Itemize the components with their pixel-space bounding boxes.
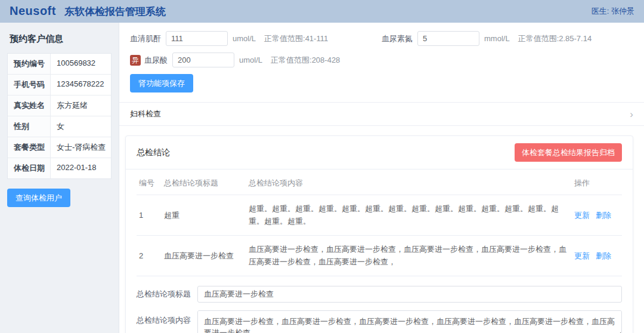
info-row-phone: 手机号码 12345678222: [8, 75, 111, 95]
table-row: 2 血压高要进一步检查 血压高要进一步检查，血压高要进一步检查，血压高要进一步检…: [137, 235, 622, 276]
table-row: 1 超重 超重。超重。超重。超重。超重。超重。超重。超重。超重。超重。超重。超重…: [137, 195, 622, 236]
customer-info-table: 预约编号 100569832 手机号码 12345678222 真实姓名 东方延…: [7, 53, 112, 179]
header-title: 总检结论项标题: [162, 171, 246, 195]
cell-title: 血压高要进一步检查: [162, 235, 246, 276]
conclusion-title-row: 总检结论项标题: [137, 286, 622, 303]
normal-range-label: 正常值范围:208-428: [271, 55, 340, 66]
cell-id: 2: [137, 235, 162, 276]
normal-range-label: 正常值范围:41-111: [264, 33, 328, 44]
conclusion-content-textarea[interactable]: 血压高要进一步检查，血压高要进一步检查，血压高要进一步检查，血压高要进一步检查，…: [197, 310, 622, 333]
header-operations: 操作: [572, 171, 622, 195]
blood-uric-acid-item: 异 血尿酸 umol/L 正常值范围:208-428: [130, 53, 340, 67]
table-header-row: 编号 总检结论项标题 总检结论项内容 操作: [137, 171, 622, 195]
brand-wrap: Neusoft 东软体检报告管理系统: [10, 4, 166, 18]
form-line-2: 异 血尿酸 umol/L 正常值范围:208-428: [130, 53, 633, 67]
field-label: 血尿素氮: [382, 33, 413, 44]
conclusion-table: 编号 总检结论项标题 总检结论项内容 操作 1 超重 超重。超重。超重。超重。超…: [137, 171, 622, 276]
gynecology-exam-accordion[interactable]: 妇科检查 ›: [119, 102, 644, 126]
serum-creatinine-item: 血清肌酐 umol/L 正常值范围:41-111: [130, 31, 382, 46]
conclusion-content-label: 总检结论项内容: [137, 310, 191, 326]
header-id: 编号: [137, 171, 162, 195]
cell-content: 血压高要进一步检查，血压高要进一步检查，血压高要进一步检查，血压高要进一步检查，…: [246, 235, 572, 276]
cell-operations: 更新删除: [572, 235, 622, 276]
info-value: 女士-肾病检查: [51, 137, 111, 158]
app-title: 东软体检报告管理系统: [64, 5, 166, 18]
info-label: 性别: [8, 116, 51, 137]
cell-id: 1: [137, 195, 162, 236]
blood-urea-nitrogen-item: 血尿素氮 mmol/L 正常值范围:2.85-7.14: [382, 31, 592, 46]
conclusion-title-input[interactable]: [197, 286, 622, 303]
sidebar-title: 预约客户信息: [10, 33, 112, 45]
info-row-real-name: 真实姓名 东方延绪: [8, 95, 111, 116]
conclusion-content-row: 总检结论项内容 血压高要进一步检查，血压高要进一步检查，血压高要进一步检查，血压…: [137, 310, 622, 333]
info-row-gender: 性别 女: [8, 116, 111, 137]
field-label: 血尿酸: [144, 55, 168, 66]
general-conclusion-panel: 总检结论 体检套餐总检结果报告归档 编号 总检结论项标题 总检结论项内容 操作 …: [125, 135, 633, 333]
info-label: 手机号码: [8, 75, 51, 95]
cell-operations: 更新删除: [572, 195, 622, 236]
panel-header: 总检结论 体检套餐总检结果报告归档: [126, 136, 633, 169]
info-value: 2022-01-18: [51, 158, 111, 178]
info-label: 套餐类型: [8, 137, 51, 158]
doctor-label: 医生: 张仲景: [592, 6, 634, 17]
sidebar: 预约客户信息 预约编号 100569832 手机号码 12345678222 真…: [0, 23, 119, 333]
info-value: 100569832: [51, 54, 111, 74]
serum-creatinine-input[interactable]: [166, 31, 228, 46]
header-content: 总检结论项内容: [246, 171, 572, 195]
cell-title: 超重: [162, 195, 246, 236]
accordion-label: 妇科检查: [130, 109, 161, 119]
unit-label: umol/L: [239, 56, 262, 64]
save-row: 肾功能项保存: [130, 74, 633, 92]
blood-uric-acid-input[interactable]: [172, 53, 234, 67]
unit-label: mmol/L: [484, 34, 510, 43]
info-label: 体检日期: [8, 158, 51, 178]
delete-link[interactable]: 删除: [596, 211, 611, 220]
info-row-booking-no: 预约编号 100569832: [8, 54, 111, 75]
main-content: 血清肌酐 umol/L 正常值范围:41-111 血尿素氮 mmol/L 正常值…: [119, 23, 644, 333]
conclusion-title-label: 总检结论项标题: [137, 288, 191, 300]
info-value: 东方延绪: [51, 95, 111, 116]
chevron-right-icon: ›: [630, 109, 633, 119]
update-link[interactable]: 更新: [574, 211, 590, 220]
kidney-exam-form: 血清肌酐 umol/L 正常值范围:41-111 血尿素氮 mmol/L 正常值…: [119, 23, 644, 92]
form-line-1: 血清肌酐 umol/L 正常值范围:41-111 血尿素氮 mmol/L 正常值…: [130, 31, 633, 46]
app-header: Neusoft 东软体检报告管理系统 医生: 张仲景: [0, 0, 644, 23]
info-value: 女: [51, 116, 111, 137]
update-link[interactable]: 更新: [574, 251, 590, 260]
normal-range-label: 正常值范围:2.85-7.14: [518, 33, 592, 44]
query-exam-user-button[interactable]: 查询体检用户: [7, 189, 70, 207]
info-label: 预约编号: [8, 54, 51, 74]
conclusion-form: 总检结论项标题 总检结论项内容 血压高要进一步检查，血压高要进一步检查，血压高要…: [126, 276, 633, 333]
panel-title: 总检结论: [137, 147, 170, 158]
field-label: 血清肌酐: [130, 33, 161, 44]
abnormal-badge: 异: [130, 55, 141, 66]
unit-label: umol/L: [233, 34, 256, 43]
cell-content: 超重。超重。超重。超重。超重。超重。超重。超重。超重。超重。超重。超重。超重。超…: [246, 195, 572, 236]
delete-link[interactable]: 删除: [596, 251, 611, 260]
archive-report-button[interactable]: 体检套餐总检结果报告归档: [515, 143, 622, 162]
blood-urea-nitrogen-input[interactable]: [417, 31, 479, 46]
info-value: 12345678222: [51, 75, 111, 95]
page-layout: 预约客户信息 预约编号 100569832 手机号码 12345678222 真…: [0, 23, 644, 333]
save-kidney-items-button[interactable]: 肾功能项保存: [130, 74, 193, 92]
info-label: 真实姓名: [8, 95, 51, 116]
info-row-package-type: 套餐类型 女士-肾病检查: [8, 137, 111, 158]
info-row-exam-date: 体检日期 2022-01-18: [8, 158, 111, 178]
brand-logo: Neusoft: [10, 4, 56, 18]
